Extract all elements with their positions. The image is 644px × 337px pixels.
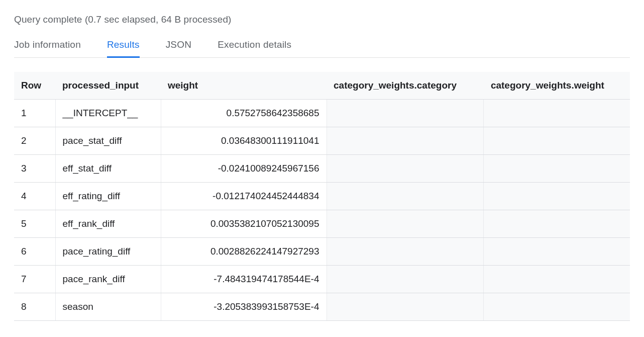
cell-row-index: 8: [14, 293, 55, 321]
result-tabs: Job information Results JSON Execution d…: [14, 36, 630, 58]
cell-category-weights-weight: [484, 293, 630, 321]
table-row: 3eff_stat_diff-0.02410089245967156: [14, 155, 630, 183]
cell-category-weights-weight: [484, 266, 630, 293]
cell-weight: 0.03648300111911041: [161, 127, 327, 155]
cell-weight: 0.0028826224147927293: [161, 238, 327, 266]
col-row: Row: [14, 72, 55, 100]
cell-row-index: 7: [14, 266, 55, 293]
cell-category-weights-category: [327, 155, 484, 183]
cell-category-weights-category: [327, 100, 484, 127]
cell-row-index: 3: [14, 155, 55, 183]
cell-row-index: 1: [14, 100, 55, 127]
cell-category-weights-category: [327, 210, 484, 238]
cell-processed-input: eff_rating_diff: [55, 183, 161, 210]
table-header-row: Row processed_input weight category_weig…: [14, 72, 630, 100]
tab-job-information[interactable]: Job information: [14, 36, 81, 57]
cell-processed-input: pace_rating_diff: [55, 238, 161, 266]
table-row: 5eff_rank_diff0.0035382107052130095: [14, 210, 630, 238]
cell-processed-input: eff_rank_diff: [55, 210, 161, 238]
cell-weight: -7.484319474178544E-4: [161, 266, 327, 293]
table-row: 8season-3.205383993158753E-4: [14, 293, 630, 321]
col-category-weights-category: category_weights.category: [327, 72, 484, 100]
cell-category-weights-category: [327, 238, 484, 266]
cell-row-index: 2: [14, 127, 55, 155]
table-row: 4eff_rating_diff-0.012174024452444834: [14, 183, 630, 210]
table-row: 2pace_stat_diff0.03648300111911041: [14, 127, 630, 155]
table-row: 1__INTERCEPT__0.5752758642358685: [14, 100, 630, 127]
cell-processed-input: pace_stat_diff: [55, 127, 161, 155]
cell-row-index: 5: [14, 210, 55, 238]
cell-category-weights-weight: [484, 183, 630, 210]
col-category-weights-weight: category_weights.weight: [484, 72, 630, 100]
cell-weight: -0.012174024452444834: [161, 183, 327, 210]
cell-category-weights-weight: [484, 155, 630, 183]
cell-category-weights-weight: [484, 238, 630, 266]
cell-row-index: 6: [14, 238, 55, 266]
cell-processed-input: __INTERCEPT__: [55, 100, 161, 127]
cell-weight: -0.02410089245967156: [161, 155, 327, 183]
cell-category-weights-category: [327, 293, 484, 321]
cell-processed-input: eff_stat_diff: [55, 155, 161, 183]
table-row: 7pace_rank_diff-7.484319474178544E-4: [14, 266, 630, 293]
tab-json[interactable]: JSON: [166, 36, 191, 57]
col-weight: weight: [161, 72, 327, 100]
col-processed-input: processed_input: [55, 72, 161, 100]
cell-category-weights-category: [327, 183, 484, 210]
cell-category-weights-category: [327, 266, 484, 293]
tab-execution-details[interactable]: Execution details: [218, 36, 291, 57]
cell-category-weights-weight: [484, 210, 630, 238]
query-status: Query complete (0.7 sec elapsed, 64 B pr…: [14, 14, 630, 25]
cell-weight: 0.5752758642358685: [161, 100, 327, 127]
cell-row-index: 4: [14, 183, 55, 210]
cell-category-weights-weight: [484, 127, 630, 155]
results-table: Row processed_input weight category_weig…: [14, 72, 630, 321]
table-row: 6pace_rating_diff0.0028826224147927293: [14, 238, 630, 266]
cell-weight: 0.0035382107052130095: [161, 210, 327, 238]
tab-results[interactable]: Results: [107, 36, 140, 57]
cell-processed-input: season: [55, 293, 161, 321]
cell-processed-input: pace_rank_diff: [55, 266, 161, 293]
cell-category-weights-category: [327, 127, 484, 155]
cell-category-weights-weight: [484, 100, 630, 127]
cell-weight: -3.205383993158753E-4: [161, 293, 327, 321]
